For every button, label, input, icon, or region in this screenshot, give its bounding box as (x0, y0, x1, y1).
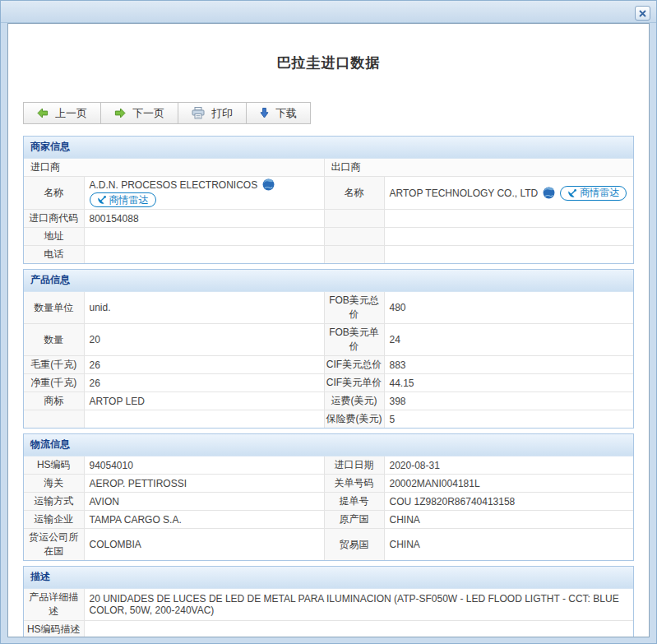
field-value: TAMPA CARGO S.A. (84, 511, 324, 529)
table-row: 商标 ARTOP LED 运费(美元) 398 (24, 392, 633, 410)
field-label: 地址 (24, 228, 84, 246)
field-value: 2020-08-31 (384, 456, 633, 475)
radar-icon (567, 188, 577, 198)
field-value: unid. (84, 292, 324, 324)
table-row: 运输方式 AVION 提单号 COU 1Z9820R86740413158 (24, 493, 633, 511)
printer-icon (192, 107, 205, 119)
field-label: 商标 (24, 392, 84, 410)
field-label (324, 228, 384, 246)
table-row: 名称 A.D.N. PROCESOS ELECTRONICOS (24, 177, 633, 210)
field-value: ARTOP LED (84, 392, 324, 410)
field-label (24, 410, 84, 429)
field-label: HS编码描述 (24, 621, 84, 638)
field-label: 数量单位 (24, 292, 84, 324)
section-title: 描述 (24, 567, 633, 589)
field-label (324, 246, 384, 264)
field-label: CIF美元总价 (324, 356, 384, 374)
table-row: 进口商代码 800154088 (24, 210, 633, 228)
field-value: 26 (84, 356, 324, 374)
next-page-label: 下一页 (132, 106, 164, 121)
table-row: HS编码 94054010 进口日期 2020-08-31 (24, 456, 633, 475)
field-label: FOB美元总价 (324, 292, 384, 324)
table-row: 海关 AEROP. PETTIROSSI 关单号码 20002MANI00418… (24, 475, 633, 493)
exporter-group-header: 出口商 (324, 159, 633, 177)
field-value (384, 210, 633, 228)
field-value (84, 246, 324, 264)
merchant-table: 进口商 出口商 名称 A.D.N. PROCESOS ELECTRONICOS (24, 159, 633, 263)
table-row: 产品详细描述 20 UNIDADES DE LUCES DE LED DE ME… (24, 589, 633, 621)
table-row: 数量 20 FOB美元单价 24 (24, 324, 633, 356)
field-value (384, 246, 633, 264)
field-value: COU 1Z9820R86740413158 (384, 493, 633, 511)
field-label: 净重(千克) (24, 374, 84, 392)
field-value: 5 (384, 410, 633, 429)
globe-icon[interactable] (543, 187, 555, 199)
field-label: HS编码 (24, 456, 84, 475)
table-row: 保险费(美元) 5 (24, 410, 633, 429)
field-label: 名称 (24, 177, 84, 210)
importer-name: A.D.N. PROCESOS ELECTRONICOS (90, 179, 258, 191)
business-radar-button[interactable]: 商情雷达 (90, 192, 156, 207)
description-table: 产品详细描述 20 UNIDADES DE LUCES DE LED DE ME… (24, 589, 633, 637)
field-value: 26 (84, 374, 324, 392)
toolbar: 上一页 下一页 打印 下载 (23, 102, 311, 124)
field-value: 24 (384, 324, 633, 356)
download-icon (260, 108, 269, 118)
download-button[interactable]: 下载 (247, 102, 311, 124)
importer-group-header: 进口商 (24, 159, 324, 177)
dialog-window: 巴拉圭进口数据 上一页 下一页 打印 (0, 0, 657, 644)
table-row: HS编码描述 (24, 621, 633, 638)
field-label: CIF美元单价 (324, 374, 384, 392)
field-label: 运费(美元) (324, 392, 384, 410)
section-title: 物流信息 (24, 434, 633, 456)
field-value: 44.15 (384, 374, 633, 392)
importer-name-cell: A.D.N. PROCESOS ELECTRONICOS (84, 177, 324, 210)
field-value: CHINA (384, 529, 633, 561)
field-label: 运输企业 (24, 511, 84, 529)
section-logistics-info: 物流信息 HS编码 94054010 进口日期 2020-08-31 海关 AE… (23, 433, 634, 561)
section-product-info: 产品信息 数量单位 unid. FOB美元总价 480 数量 20 FOB美元单… (23, 269, 634, 429)
exporter-name-cell: ARTOP TECHNOLOGY CO., LTD (384, 177, 633, 210)
table-row: 地址 (24, 228, 633, 246)
business-radar-button[interactable]: 商情雷达 (560, 186, 627, 201)
field-value (84, 410, 324, 429)
dialog-titlebar (1, 1, 656, 23)
field-value: 94054010 (84, 456, 324, 475)
table-row: 货运公司所在国 COLOMBIA 贸易国 CHINA (24, 529, 633, 561)
field-label: 关单号码 (324, 475, 384, 493)
prev-page-button[interactable]: 上一页 (23, 102, 101, 124)
close-button[interactable] (635, 6, 650, 21)
field-value: 20 (84, 324, 324, 356)
close-icon (639, 10, 646, 17)
field-label: 原产国 (324, 511, 384, 529)
table-row: 进口商 出口商 (24, 159, 633, 177)
field-label: 数量 (24, 324, 84, 356)
field-value: 883 (384, 356, 633, 374)
print-label: 打印 (211, 106, 233, 121)
next-page-button[interactable]: 下一页 (101, 102, 178, 124)
section-title: 商家信息 (24, 137, 633, 159)
radar-icon (97, 195, 107, 205)
exporter-name: ARTOP TECHNOLOGY CO., LTD (390, 188, 539, 199)
dialog-body: 巴拉圭进口数据 上一页 下一页 打印 (7, 23, 650, 637)
field-value: 20002MANI004181L (384, 475, 633, 493)
page-title: 巴拉圭进口数据 (23, 53, 634, 72)
globe-icon[interactable] (262, 178, 275, 191)
field-value: 20 UNIDADES DE LUCES DE LED DE METAL PAR… (84, 589, 633, 621)
field-value: 480 (384, 292, 633, 324)
radar-label: 商情雷达 (580, 186, 619, 200)
print-button[interactable]: 打印 (178, 102, 247, 124)
table-row: 净重(千克) 26 CIF美元单价 44.15 (24, 374, 633, 392)
table-row: 电话 (24, 246, 633, 264)
arrow-right-icon (114, 108, 126, 118)
arrow-left-icon (37, 108, 49, 118)
field-label: 海关 (24, 475, 84, 493)
section-title: 产品信息 (24, 270, 633, 292)
table-row: 毛重(千克) 26 CIF美元总价 883 (24, 356, 633, 374)
field-label (324, 210, 384, 228)
field-value: COLOMBIA (84, 529, 324, 561)
download-label: 下载 (275, 106, 297, 121)
field-label: 进口商代码 (24, 210, 84, 228)
field-label: 进口日期 (324, 456, 384, 475)
prev-page-label: 上一页 (55, 106, 87, 121)
